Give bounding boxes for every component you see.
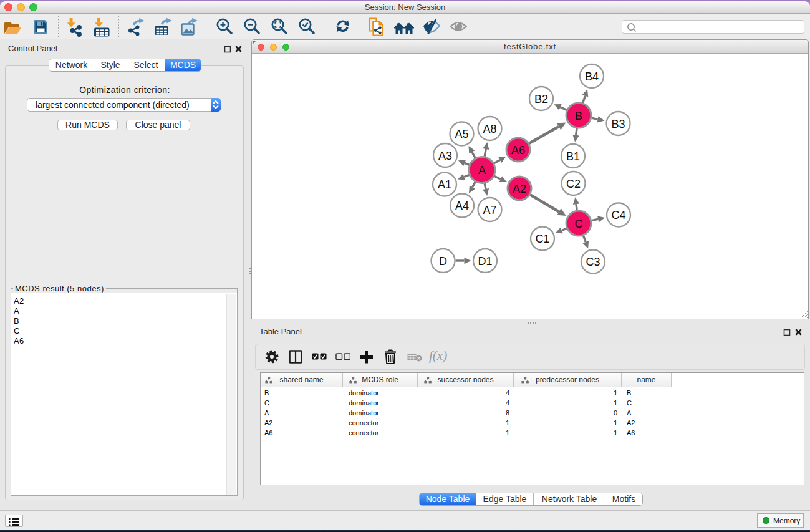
svg-text:A7: A7 xyxy=(483,204,496,216)
svg-text:A2: A2 xyxy=(513,183,526,195)
svg-text:B3: B3 xyxy=(611,118,625,130)
svg-text:B1: B1 xyxy=(566,150,580,163)
svg-text:C2: C2 xyxy=(566,178,581,190)
svg-text:A4: A4 xyxy=(455,200,469,212)
svg-text:A1: A1 xyxy=(438,178,451,191)
svg-text:D1: D1 xyxy=(478,255,492,268)
svg-text:C: C xyxy=(575,218,583,230)
svg-text:B: B xyxy=(575,110,582,122)
svg-text:D: D xyxy=(439,255,447,268)
svg-text:B2: B2 xyxy=(534,93,548,105)
svg-text:A3: A3 xyxy=(438,150,452,162)
svg-text:C3: C3 xyxy=(586,256,600,268)
svg-text:A5: A5 xyxy=(455,128,468,140)
svg-text:A8: A8 xyxy=(483,123,496,135)
svg-text:C4: C4 xyxy=(611,209,625,221)
svg-text:C1: C1 xyxy=(535,233,549,245)
svg-text:B4: B4 xyxy=(585,70,599,83)
svg-text:A6: A6 xyxy=(511,144,525,157)
svg-text:A: A xyxy=(478,164,486,177)
